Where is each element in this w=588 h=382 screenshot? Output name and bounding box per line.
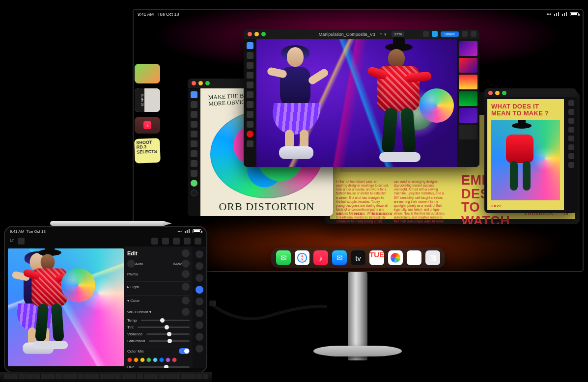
tool-select[interactable] bbox=[191, 111, 197, 118]
section-light[interactable]: ▸ Light bbox=[127, 281, 190, 292]
auto-button[interactable] bbox=[127, 260, 135, 268]
tool-pen[interactable] bbox=[568, 127, 574, 133]
tool-marquee[interactable] bbox=[247, 62, 253, 69]
stage-thumb-studio[interactable]: Studio 21 bbox=[135, 88, 160, 112]
undo-icon[interactable] bbox=[162, 238, 169, 245]
color-swatch[interactable] bbox=[159, 357, 164, 362]
ps-titlebar[interactable]: Manipulation_Composite_V3 * ▾ 37% Share bbox=[244, 29, 479, 39]
tool-eraser[interactable] bbox=[247, 111, 253, 118]
eyedropper-icon[interactable] bbox=[182, 308, 190, 316]
tool-shape[interactable] bbox=[191, 140, 197, 147]
app-messages[interactable]: ✉ bbox=[276, 250, 291, 265]
tool-crop-icon[interactable] bbox=[196, 250, 203, 258]
tool-ellipse[interactable] bbox=[568, 118, 574, 124]
slider-temp[interactable] bbox=[141, 320, 190, 321]
ps-canvas[interactable] bbox=[256, 39, 457, 167]
fresco-canvas[interactable]: WHAT DOES IT MEAN TO MAKE ? 2022 bbox=[487, 99, 564, 210]
window-design-poster[interactable]: WHAT DOES IT MEAN TO MAKE ? 2022 bbox=[484, 88, 577, 213]
app-files[interactable]: ▥ bbox=[425, 250, 440, 265]
app-music[interactable]: ♪ bbox=[313, 250, 328, 265]
tool-brush[interactable] bbox=[247, 91, 253, 98]
color-swatch[interactable] bbox=[140, 357, 145, 362]
more-icon[interactable]: ••• bbox=[547, 12, 551, 17]
layer-thumb[interactable] bbox=[459, 108, 477, 123]
tool-geometry-icon[interactable] bbox=[196, 345, 203, 353]
colormix-toggle[interactable] bbox=[179, 348, 190, 354]
tool-type[interactable] bbox=[247, 121, 253, 128]
tool-move[interactable] bbox=[191, 91, 197, 98]
tool-color-icon[interactable] bbox=[196, 298, 203, 305]
tool-eraser[interactable] bbox=[191, 121, 197, 128]
ps-zoom[interactable]: 37% bbox=[392, 31, 404, 37]
section-colormix[interactable]: Color Mix bbox=[127, 347, 190, 355]
tool-crop[interactable] bbox=[191, 170, 197, 177]
light-settings-icon[interactable] bbox=[182, 283, 190, 291]
ipad-canvas[interactable] bbox=[8, 248, 124, 366]
ps-record-icon[interactable] bbox=[247, 131, 253, 137]
layer-thumb[interactable] bbox=[459, 75, 477, 89]
ps-export-icon[interactable] bbox=[462, 31, 468, 37]
color-swatch[interactable] bbox=[153, 357, 158, 362]
color-swatch[interactable] bbox=[127, 357, 132, 362]
tool-image[interactable] bbox=[568, 144, 574, 150]
gear-icon[interactable] bbox=[195, 238, 201, 245]
tool-rect[interactable] bbox=[568, 109, 574, 115]
layer-thumb[interactable] bbox=[459, 91, 477, 106]
panel-close-icon[interactable] bbox=[182, 249, 190, 257]
tool-healing-icon[interactable] bbox=[196, 262, 203, 270]
tool-effects-icon[interactable] bbox=[196, 309, 203, 317]
tool-eyedropper[interactable] bbox=[247, 82, 253, 88]
color-swatch[interactable] bbox=[134, 357, 139, 362]
more-icon[interactable]: ••• bbox=[178, 229, 182, 234]
tool-light-icon[interactable] bbox=[196, 286, 203, 294]
tool-optics-icon[interactable] bbox=[196, 333, 203, 341]
app-mail[interactable]: ✉ bbox=[332, 250, 347, 265]
layer-thumb[interactable] bbox=[459, 58, 477, 73]
ps-undo-icon[interactable] bbox=[423, 31, 429, 37]
layer-thumb[interactable] bbox=[459, 125, 477, 139]
tool-mask-icon[interactable] bbox=[196, 274, 203, 282]
slider-saturation[interactable] bbox=[149, 340, 190, 342]
color-settings-icon[interactable] bbox=[182, 297, 190, 304]
window-photoshop[interactable]: Manipulation_Composite_V3 * ▾ 37% Share bbox=[244, 29, 479, 167]
auto-label[interactable]: Auto bbox=[135, 262, 143, 266]
app-calendar[interactable]: TUE 18 bbox=[369, 250, 384, 265]
tool-hand[interactable] bbox=[247, 140, 253, 147]
tool-clone[interactable] bbox=[247, 101, 253, 108]
app-photos[interactable] bbox=[388, 250, 403, 265]
tool-lasso[interactable] bbox=[247, 52, 253, 59]
bw-label[interactable]: B&W bbox=[173, 262, 182, 266]
profile-thumb[interactable] bbox=[182, 270, 190, 278]
slider-hue[interactable] bbox=[139, 366, 190, 368]
app-home[interactable]: ⌂ bbox=[407, 250, 421, 265]
tool-text[interactable] bbox=[568, 136, 574, 141]
fresco-titlebar[interactable] bbox=[484, 88, 577, 97]
redo-icon[interactable] bbox=[173, 238, 180, 245]
tool-fill[interactable] bbox=[191, 150, 197, 157]
tool-text[interactable] bbox=[191, 131, 197, 137]
stage-thumb-freeform[interactable] bbox=[135, 64, 160, 83]
section-color[interactable]: ▾ Color bbox=[127, 295, 190, 305]
slider-vibrance[interactable] bbox=[146, 333, 190, 335]
color-swatch[interactable] bbox=[146, 357, 151, 362]
tool-detail-icon[interactable] bbox=[196, 321, 203, 329]
app-safari[interactable] bbox=[295, 250, 309, 265]
tool-pointer[interactable] bbox=[568, 100, 574, 106]
ps-layers-panel[interactable] bbox=[457, 39, 479, 167]
stage-thumb-sticky[interactable]: SHOOT RD.3 SELECTS bbox=[134, 138, 161, 164]
tool-brush[interactable] bbox=[191, 101, 197, 108]
app-tv[interactable]: tv bbox=[351, 250, 365, 265]
slider-tint[interactable] bbox=[138, 327, 190, 328]
stage-thumb-music[interactable]: ♪ bbox=[135, 117, 160, 134]
share-icon[interactable] bbox=[184, 238, 191, 245]
color-swatch[interactable] bbox=[166, 357, 170, 362]
ps-gear-icon[interactable] bbox=[471, 31, 476, 37]
ps-share-button[interactable]: Share bbox=[441, 31, 459, 37]
ps-cloud-icon[interactable] bbox=[432, 31, 438, 37]
tool-smudge[interactable] bbox=[191, 160, 197, 167]
cloud-icon[interactable] bbox=[151, 238, 158, 245]
foreground-color[interactable] bbox=[191, 180, 197, 187]
bw-button[interactable] bbox=[182, 260, 190, 268]
background-color[interactable] bbox=[191, 190, 197, 196]
tool-move[interactable] bbox=[247, 42, 253, 49]
